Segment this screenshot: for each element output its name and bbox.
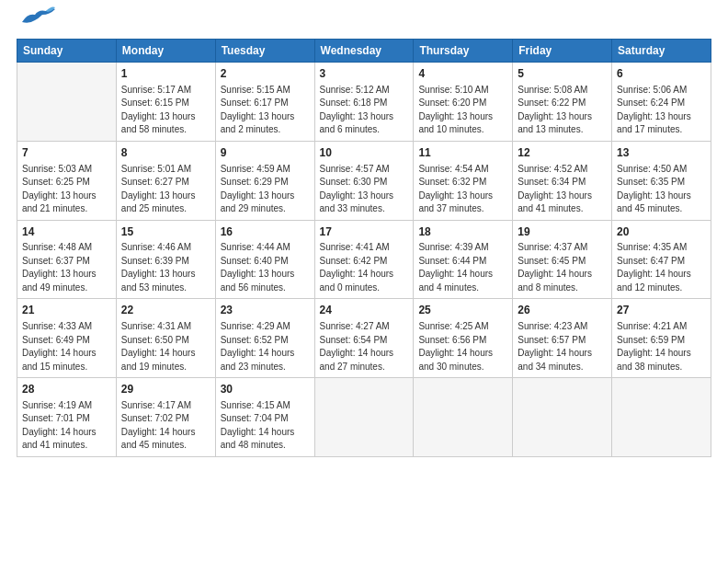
calendar-cell: 27Sunrise: 4:21 AMSunset: 6:59 PMDayligh… <box>612 299 711 378</box>
calendar-cell: 9Sunrise: 4:59 AMSunset: 6:29 PMDaylight… <box>215 141 314 220</box>
calendar-cell: 17Sunrise: 4:41 AMSunset: 6:42 PMDayligh… <box>314 220 414 299</box>
day-number: 26 <box>518 303 607 318</box>
day-info: Sunrise: 4:33 AMSunset: 6:49 PMDaylight:… <box>22 320 111 373</box>
calendar-cell: 26Sunrise: 4:23 AMSunset: 6:57 PMDayligh… <box>513 299 612 378</box>
weekday-header-tuesday: Tuesday <box>215 40 314 63</box>
weekday-header-wednesday: Wednesday <box>314 40 414 63</box>
calendar-cell: 19Sunrise: 4:37 AMSunset: 6:45 PMDayligh… <box>513 220 612 299</box>
day-number: 14 <box>22 224 111 240</box>
day-number: 15 <box>121 224 210 240</box>
day-number: 10 <box>320 145 409 161</box>
calendar-cell <box>414 378 513 457</box>
day-number: 18 <box>418 224 507 240</box>
weekday-header-saturday: Saturday <box>612 40 711 63</box>
day-number: 3 <box>320 66 409 82</box>
calendar-cell: 12Sunrise: 4:52 AMSunset: 6:34 PMDayligh… <box>513 141 612 220</box>
day-number: 16 <box>221 224 310 240</box>
day-info: Sunrise: 4:31 AMSunset: 6:50 PMDaylight:… <box>121 320 210 373</box>
day-info: Sunrise: 4:21 AMSunset: 6:59 PMDaylight:… <box>617 320 706 373</box>
day-number: 27 <box>617 303 706 318</box>
day-info: Sunrise: 4:44 AMSunset: 6:40 PMDaylight:… <box>221 241 310 294</box>
day-info: Sunrise: 4:59 AMSunset: 6:29 PMDaylight:… <box>221 163 310 216</box>
weekday-header-friday: Friday <box>513 40 612 63</box>
day-info: Sunrise: 5:12 AMSunset: 6:18 PMDaylight:… <box>320 84 409 137</box>
header <box>17 15 711 31</box>
day-number: 23 <box>221 303 310 318</box>
day-number: 21 <box>22 303 111 318</box>
day-info: Sunrise: 4:52 AMSunset: 6:34 PMDaylight:… <box>518 163 607 216</box>
day-info: Sunrise: 4:57 AMSunset: 6:30 PMDaylight:… <box>320 163 409 216</box>
day-number: 9 <box>221 145 310 161</box>
calendar-cell: 7Sunrise: 5:03 AMSunset: 6:25 PMDaylight… <box>17 141 117 220</box>
calendar-cell <box>17 63 117 142</box>
day-info: Sunrise: 4:19 AMSunset: 7:01 PMDaylight:… <box>22 399 111 453</box>
day-info: Sunrise: 5:17 AMSunset: 6:15 PMDaylight:… <box>121 84 210 137</box>
day-info: Sunrise: 5:08 AMSunset: 6:22 PMDaylight:… <box>518 84 607 137</box>
logo <box>17 15 55 31</box>
calendar-cell: 21Sunrise: 4:33 AMSunset: 6:49 PMDayligh… <box>17 299 117 378</box>
calendar-cell: 29Sunrise: 4:17 AMSunset: 7:02 PMDayligh… <box>116 378 215 457</box>
calendar-cell: 6Sunrise: 5:06 AMSunset: 6:24 PMDaylight… <box>612 63 711 142</box>
day-info: Sunrise: 5:01 AMSunset: 6:27 PMDaylight:… <box>121 163 210 216</box>
day-info: Sunrise: 4:37 AMSunset: 6:45 PMDaylight:… <box>518 241 607 294</box>
day-number: 8 <box>121 145 210 161</box>
calendar-cell: 5Sunrise: 5:08 AMSunset: 6:22 PMDaylight… <box>513 63 612 142</box>
page: SundayMondayTuesdayWednesdayThursdayFrid… <box>0 0 728 563</box>
day-info: Sunrise: 4:17 AMSunset: 7:02 PMDaylight:… <box>121 399 210 453</box>
calendar-header: SundayMondayTuesdayWednesdayThursdayFrid… <box>17 40 711 63</box>
calendar-cell: 15Sunrise: 4:46 AMSunset: 6:39 PMDayligh… <box>116 220 215 299</box>
day-number: 5 <box>518 66 607 82</box>
calendar-cell: 1Sunrise: 5:17 AMSunset: 6:15 PMDaylight… <box>116 63 215 142</box>
calendar-header-row: SundayMondayTuesdayWednesdayThursdayFrid… <box>17 40 711 63</box>
day-info: Sunrise: 5:10 AMSunset: 6:20 PMDaylight:… <box>418 84 507 137</box>
day-number: 11 <box>418 145 507 161</box>
calendar-cell: 4Sunrise: 5:10 AMSunset: 6:20 PMDaylight… <box>414 63 513 142</box>
day-info: Sunrise: 4:25 AMSunset: 6:56 PMDaylight:… <box>418 320 507 373</box>
calendar-cell: 13Sunrise: 4:50 AMSunset: 6:35 PMDayligh… <box>612 141 711 220</box>
calendar-cell: 10Sunrise: 4:57 AMSunset: 6:30 PMDayligh… <box>314 141 414 220</box>
day-info: Sunrise: 5:06 AMSunset: 6:24 PMDaylight:… <box>617 84 706 137</box>
bird-icon <box>20 6 55 31</box>
weekday-header-thursday: Thursday <box>414 40 513 63</box>
day-number: 25 <box>418 303 507 318</box>
calendar-cell: 16Sunrise: 4:44 AMSunset: 6:40 PMDayligh… <box>215 220 314 299</box>
day-info: Sunrise: 4:23 AMSunset: 6:57 PMDaylight:… <box>518 320 607 373</box>
calendar-cell <box>612 378 711 457</box>
day-info: Sunrise: 5:03 AMSunset: 6:25 PMDaylight:… <box>22 163 111 216</box>
calendar-week-1: 1Sunrise: 5:17 AMSunset: 6:15 PMDaylight… <box>17 63 711 142</box>
calendar-cell: 22Sunrise: 4:31 AMSunset: 6:50 PMDayligh… <box>116 299 215 378</box>
day-number: 17 <box>320 224 409 240</box>
day-number: 24 <box>320 303 409 318</box>
calendar-table: SundayMondayTuesdayWednesdayThursdayFrid… <box>17 39 711 457</box>
calendar-cell: 18Sunrise: 4:39 AMSunset: 6:44 PMDayligh… <box>414 220 513 299</box>
day-number: 12 <box>518 145 607 161</box>
day-number: 22 <box>121 303 210 318</box>
calendar-cell: 14Sunrise: 4:48 AMSunset: 6:37 PMDayligh… <box>17 220 117 299</box>
day-number: 4 <box>418 66 507 82</box>
weekday-header-sunday: Sunday <box>17 40 117 63</box>
day-info: Sunrise: 5:15 AMSunset: 6:17 PMDaylight:… <box>221 84 310 137</box>
day-number: 19 <box>518 224 607 240</box>
day-info: Sunrise: 4:48 AMSunset: 6:37 PMDaylight:… <box>22 241 111 294</box>
calendar-cell: 8Sunrise: 5:01 AMSunset: 6:27 PMDaylight… <box>116 141 215 220</box>
day-info: Sunrise: 4:50 AMSunset: 6:35 PMDaylight:… <box>617 163 706 216</box>
day-number: 29 <box>121 382 210 397</box>
day-info: Sunrise: 4:35 AMSunset: 6:47 PMDaylight:… <box>617 241 706 294</box>
day-info: Sunrise: 4:15 AMSunset: 7:04 PMDaylight:… <box>221 399 310 453</box>
day-number: 28 <box>22 382 111 397</box>
day-number: 13 <box>617 145 706 161</box>
calendar-cell <box>314 378 414 457</box>
day-number: 7 <box>22 145 111 161</box>
day-info: Sunrise: 4:27 AMSunset: 6:54 PMDaylight:… <box>320 320 409 373</box>
day-info: Sunrise: 4:54 AMSunset: 6:32 PMDaylight:… <box>418 163 507 216</box>
calendar-week-4: 21Sunrise: 4:33 AMSunset: 6:49 PMDayligh… <box>17 299 711 378</box>
calendar-week-2: 7Sunrise: 5:03 AMSunset: 6:25 PMDaylight… <box>17 141 711 220</box>
calendar-week-3: 14Sunrise: 4:48 AMSunset: 6:37 PMDayligh… <box>17 220 711 299</box>
calendar-cell: 30Sunrise: 4:15 AMSunset: 7:04 PMDayligh… <box>215 378 314 457</box>
calendar-cell: 24Sunrise: 4:27 AMSunset: 6:54 PMDayligh… <box>314 299 414 378</box>
day-number: 30 <box>221 382 310 397</box>
day-number: 6 <box>617 66 706 82</box>
day-number: 1 <box>121 66 210 82</box>
day-info: Sunrise: 4:39 AMSunset: 6:44 PMDaylight:… <box>418 241 507 294</box>
calendar-week-5: 28Sunrise: 4:19 AMSunset: 7:01 PMDayligh… <box>17 378 711 457</box>
